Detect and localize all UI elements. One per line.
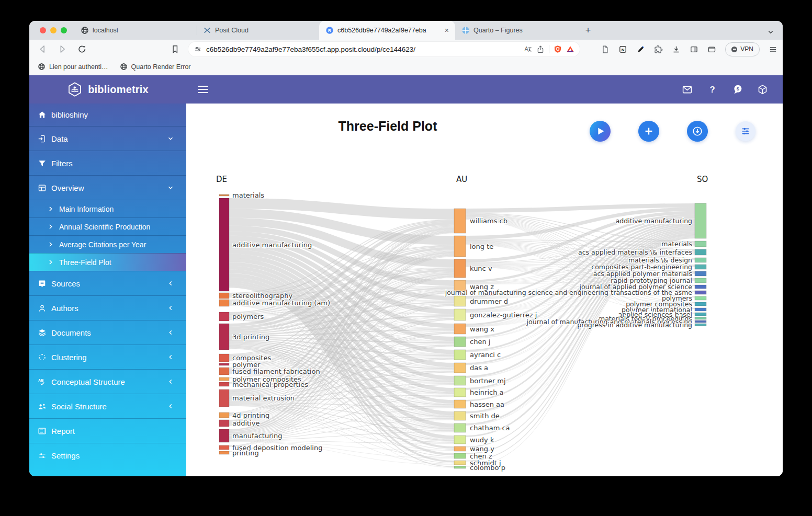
sankey-node-au-19[interactable]	[454, 461, 466, 465]
sankey-node-au-17[interactable]	[454, 446, 466, 451]
translate-icon[interactable]: A	[524, 45, 532, 53]
sankey-node-au-15[interactable]	[454, 423, 466, 432]
sankey-node-de-9[interactable]	[219, 368, 229, 375]
brave-rewards-icon[interactable]	[566, 45, 574, 53]
sankey-node-so-6[interactable]	[695, 271, 706, 276]
sankey-node-au-7[interactable]	[454, 324, 466, 334]
browser-menu-icon[interactable]	[769, 45, 777, 54]
sankey-node-au-9[interactable]	[454, 350, 466, 360]
forward-button[interactable]	[57, 44, 67, 54]
sankey-node-de-8[interactable]	[219, 363, 229, 365]
sankey-node-au-8[interactable]	[454, 337, 466, 347]
wallet-icon[interactable]	[707, 45, 716, 54]
tab-close-icon[interactable]: ×	[444, 27, 450, 34]
donate-icon[interactable]: $	[732, 84, 743, 95]
sankey-node-au-3[interactable]	[454, 259, 466, 278]
browser-tab-3[interactable]: Rc6b526db9e7749a2af9e77eba×	[319, 21, 455, 40]
sankey-node-so-12[interactable]	[695, 308, 706, 311]
app-brand[interactable]: bibliometrix	[29, 82, 186, 97]
sankey-node-au-20[interactable]	[454, 466, 466, 468]
bookmark-item[interactable]: Lien pour authenti…	[38, 63, 108, 71]
sankey-node-de-16[interactable]	[219, 445, 229, 450]
sankey-node-so-4[interactable]	[695, 258, 706, 262]
browser-tab-1[interactable]: localhost	[74, 21, 197, 40]
bookmark-flag-icon[interactable]	[171, 44, 180, 54]
help-icon[interactable]: ?	[707, 84, 718, 95]
minimize-window-button[interactable]	[50, 27, 57, 33]
brave-shield-icon[interactable]	[554, 45, 562, 53]
browser-tab-2[interactable]: Posit Cloud	[197, 21, 319, 40]
sankey-node-au-16[interactable]	[454, 435, 466, 444]
sankey-node-au-11[interactable]	[454, 376, 466, 385]
sankey-node-de-7[interactable]	[219, 354, 229, 362]
sankey-node-au-13[interactable]	[454, 400, 466, 408]
sankey-node-so-3[interactable]	[695, 249, 706, 255]
sidebar-item-average-citations-per-year[interactable]: Average Citations per Year	[29, 235, 186, 253]
url-bar[interactable]: c6b526db9e7749a2af9e77eba3f655cf.app.pos…	[188, 42, 580, 56]
sankey-node-so-15[interactable]	[695, 320, 706, 323]
sidebar-item-social-structure[interactable]: Social Structure	[29, 394, 186, 418]
sankey-node-so-7[interactable]	[695, 278, 706, 283]
envelope-icon[interactable]	[682, 84, 693, 95]
sankey-node-au-5[interactable]	[454, 296, 466, 306]
sankey-node-au-14[interactable]	[454, 411, 466, 420]
sidebar-item-overview[interactable]: Overview	[29, 175, 186, 200]
sidebar-item-settings[interactable]: Settings	[29, 443, 186, 467]
reload-button[interactable]	[77, 44, 87, 54]
sankey-node-au-2[interactable]	[454, 236, 466, 257]
close-window-button[interactable]	[40, 27, 46, 33]
sidebar-toggle-icon[interactable]	[690, 45, 698, 54]
sankey-node-au-10[interactable]	[454, 363, 466, 373]
reading-list-icon[interactable]	[601, 45, 610, 54]
cube-icon[interactable]	[757, 84, 768, 95]
sidebar-item-clustering[interactable]: Clustering	[29, 345, 186, 369]
site-settings-icon[interactable]	[194, 45, 202, 53]
back-button[interactable]	[38, 44, 48, 54]
sankey-node-so-13[interactable]	[695, 313, 706, 316]
sidebar-toggle-button[interactable]	[198, 86, 208, 94]
sankey-node-de-6[interactable]	[219, 324, 229, 350]
notion-extension-icon[interactable]: N	[618, 45, 627, 54]
downloads-icon[interactable]	[672, 45, 681, 54]
share-icon[interactable]	[536, 45, 545, 53]
new-tab-button[interactable]: +	[581, 23, 595, 38]
sankey-node-de-3[interactable]	[219, 293, 229, 299]
zoom-window-button[interactable]	[61, 27, 67, 33]
sankey-node-de-1[interactable]	[219, 194, 229, 196]
sidebar-item-report[interactable]: Report	[29, 418, 186, 443]
sidebar-item-data[interactable]: Data	[29, 126, 186, 151]
sidebar-item-biblioshiny[interactable]: biblioshiny	[29, 104, 186, 126]
sankey-node-de-12[interactable]	[219, 389, 229, 407]
sankey-node-de-5[interactable]	[219, 312, 229, 321]
tab-search-chevron-icon[interactable]	[766, 27, 775, 37]
vpn-button[interactable]: VPN	[725, 42, 760, 56]
sankey-node-au-12[interactable]	[454, 388, 466, 397]
sankey-node-de-15[interactable]	[219, 429, 229, 442]
sankey-node-de-4[interactable]	[219, 300, 229, 306]
sankey-node-so-16[interactable]	[695, 324, 706, 326]
url-text[interactable]: c6b526db9e7749a2af9e77eba3f655cf.app.pos…	[206, 45, 520, 53]
sidebar-item-sources[interactable]: Sources	[29, 271, 186, 295]
sankey-node-so-9[interactable]	[695, 291, 706, 294]
sidebar-item-authors[interactable]: Authors	[29, 295, 186, 320]
sankey-node-de-17[interactable]	[219, 451, 229, 454]
sankey-node-de-11[interactable]	[219, 382, 229, 386]
extensions-puzzle-icon[interactable]	[654, 45, 663, 54]
sidebar-item-annual-scientific-production[interactable]: Annual Scientific Production	[29, 217, 186, 235]
sankey-node-de-14[interactable]	[219, 420, 229, 427]
sankey-node-so-5[interactable]	[695, 265, 706, 269]
sankey-node-de-10[interactable]	[219, 377, 229, 381]
sankey-node-au-6[interactable]	[454, 309, 466, 320]
sankey-node-de-13[interactable]	[219, 412, 229, 418]
sidebar-item-documents[interactable]: Documents	[29, 320, 186, 345]
sidebar-item-main-information[interactable]: Main Information	[29, 200, 186, 217]
sankey-node-au-1[interactable]	[454, 209, 466, 233]
sidebar-item-conceptual-structure[interactable]: ABConceptual Structure	[29, 369, 186, 394]
sankey-node-de-2[interactable]	[219, 198, 229, 291]
pen-extension-icon[interactable]	[636, 45, 645, 54]
sankey-node-so-1[interactable]	[695, 203, 706, 238]
sankey-node-so-8[interactable]	[695, 285, 706, 289]
bookmark-item[interactable]: Quarto Render Error	[120, 63, 191, 71]
sankey-node-au-18[interactable]	[454, 453, 466, 458]
sankey-node-so-14[interactable]	[695, 317, 706, 319]
